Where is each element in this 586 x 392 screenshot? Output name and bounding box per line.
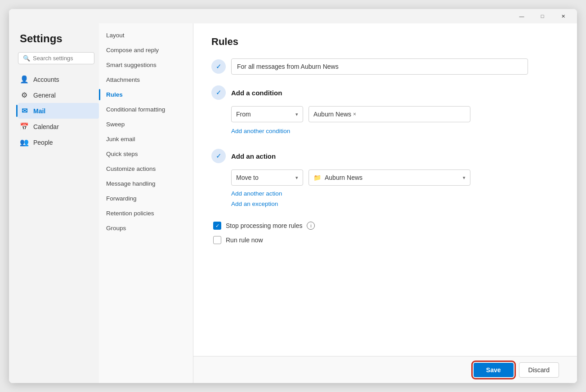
action-check-icon: ✓ bbox=[211, 149, 226, 163]
people-icon: 👥 bbox=[20, 138, 29, 147]
run-rule-checkbox[interactable] bbox=[213, 236, 221, 244]
add-condition-link[interactable]: Add another condition bbox=[211, 128, 290, 134]
add-condition-section: ✓ Add a condition From ▾ Auburn News × bbox=[211, 85, 559, 138]
midnav-handling[interactable]: Message handling bbox=[99, 176, 193, 191]
condition-row: From ▾ Auburn News × bbox=[211, 106, 559, 122]
midnav-smart[interactable]: Smart suggestions bbox=[99, 58, 193, 72]
search-icon: 🔍 bbox=[23, 55, 30, 62]
condition-tag: Auburn News × bbox=[313, 111, 356, 118]
save-button[interactable]: Save bbox=[474, 363, 514, 377]
sidebar-item-people-label: People bbox=[33, 139, 53, 146]
condition-tag-text: Auburn News bbox=[313, 111, 351, 118]
midnav-compose[interactable]: Compose and reply bbox=[99, 43, 193, 58]
sidebar-item-mail-label: Mail bbox=[33, 107, 45, 115]
settings-window: — □ ✕ Settings 🔍 👤 Accounts ⚙ General ✉ … bbox=[9, 9, 577, 383]
panel-content: Rules ✓ ✓ Add a condition From ▾ bbox=[193, 23, 577, 356]
run-rule-label: Run rule now bbox=[226, 236, 263, 244]
search-input[interactable] bbox=[33, 55, 89, 62]
midnav-conditional[interactable]: Conditional formatting bbox=[99, 102, 193, 117]
folder-icon: 📁 bbox=[313, 174, 321, 181]
midnav-junk[interactable]: Junk email bbox=[99, 132, 193, 147]
action-chevron-icon: ▾ bbox=[295, 175, 298, 181]
condition-chevron-icon: ▾ bbox=[295, 111, 298, 117]
calendar-icon: 📅 bbox=[20, 122, 29, 131]
stop-processing-row: ✓ Stop processing more rules i bbox=[211, 222, 559, 230]
add-action-link[interactable]: Add another action bbox=[231, 190, 559, 197]
sidebar-item-calendar-label: Calendar bbox=[33, 123, 59, 130]
sidebar-item-general[interactable]: ⚙ General bbox=[18, 87, 99, 103]
sidebar-item-general-label: General bbox=[33, 92, 56, 99]
midnav-sweep[interactable]: Sweep bbox=[99, 117, 193, 132]
midnav-quicksteps[interactable]: Quick steps bbox=[99, 147, 193, 161]
condition-check-icon: ✓ bbox=[211, 85, 226, 100]
condition-tag-input[interactable]: Auburn News × bbox=[309, 106, 470, 122]
condition-dropdown[interactable]: From ▾ bbox=[231, 106, 303, 122]
titlebar: — □ ✕ bbox=[9, 9, 577, 23]
panel-footer: Save Discard bbox=[193, 356, 577, 383]
middle-nav: Layout Compose and reply Smart suggestio… bbox=[99, 23, 193, 383]
action-dropdown-label: Move to bbox=[236, 174, 259, 181]
sidebar-item-people[interactable]: 👥 People bbox=[18, 134, 99, 150]
midnav-attachments[interactable]: Attachments bbox=[99, 72, 193, 87]
general-icon: ⚙ bbox=[20, 91, 29, 99]
midnav-layout[interactable]: Layout bbox=[99, 28, 193, 43]
main-content: Settings 🔍 👤 Accounts ⚙ General ✉ Mail 📅… bbox=[9, 23, 577, 383]
action-row: Move to ▾ 📁 Auburn News ▾ bbox=[211, 169, 559, 186]
maximize-button[interactable]: □ bbox=[532, 9, 553, 23]
midnav-customize[interactable]: Customize actions bbox=[99, 161, 193, 176]
accounts-icon: 👤 bbox=[20, 75, 29, 84]
midnav-rules[interactable]: Rules bbox=[99, 87, 193, 102]
main-panel: Rules ✓ ✓ Add a condition From ▾ bbox=[193, 23, 577, 383]
folder-dropdown[interactable]: 📁 Auburn News ▾ bbox=[309, 169, 470, 186]
add-action-section: ✓ Add an action Move to ▾ 📁 Auburn News … bbox=[211, 149, 559, 211]
action-dropdown[interactable]: Move to ▾ bbox=[231, 169, 303, 186]
condition-section-header: ✓ Add a condition bbox=[211, 85, 559, 100]
rule-name-input[interactable] bbox=[231, 58, 528, 75]
rule-name-check-icon: ✓ bbox=[211, 59, 226, 74]
condition-tag-remove[interactable]: × bbox=[353, 111, 356, 117]
action-section-title: Add an action bbox=[231, 152, 276, 160]
mail-icon: ✉ bbox=[20, 107, 29, 115]
condition-section-title: Add a condition bbox=[231, 89, 282, 97]
folder-chevron-icon: ▾ bbox=[463, 175, 465, 181]
run-rule-row: Run rule now bbox=[211, 236, 559, 244]
rule-name-row: ✓ bbox=[211, 58, 559, 75]
condition-dropdown-label: From bbox=[236, 111, 251, 118]
midnav-retention[interactable]: Retention policies bbox=[99, 206, 193, 221]
search-box[interactable]: 🔍 bbox=[18, 52, 94, 64]
midnav-groups[interactable]: Groups bbox=[99, 221, 193, 236]
sidebar-item-accounts-label: Accounts bbox=[33, 76, 59, 83]
stop-processing-info-icon[interactable]: i bbox=[307, 222, 315, 230]
sidebar-item-accounts[interactable]: 👤 Accounts bbox=[18, 71, 99, 87]
left-sidebar: Settings 🔍 👤 Accounts ⚙ General ✉ Mail 📅… bbox=[9, 23, 99, 383]
add-exception-link[interactable]: Add an exception bbox=[231, 200, 559, 207]
minimize-button[interactable]: — bbox=[511, 9, 532, 23]
settings-title: Settings bbox=[18, 32, 99, 45]
panel-title: Rules bbox=[211, 36, 559, 48]
stop-processing-label: Stop processing more rules bbox=[226, 222, 302, 229]
sidebar-item-calendar[interactable]: 📅 Calendar bbox=[18, 119, 99, 134]
folder-label: Auburn News bbox=[325, 174, 362, 181]
close-button[interactable]: ✕ bbox=[553, 9, 573, 23]
action-section-header: ✓ Add an action bbox=[211, 149, 559, 163]
sidebar-item-mail[interactable]: ✉ Mail bbox=[18, 103, 99, 119]
stop-processing-checkbox[interactable]: ✓ bbox=[213, 222, 221, 230]
midnav-forwarding[interactable]: Forwarding bbox=[99, 191, 193, 206]
discard-button[interactable]: Discard bbox=[519, 362, 559, 378]
